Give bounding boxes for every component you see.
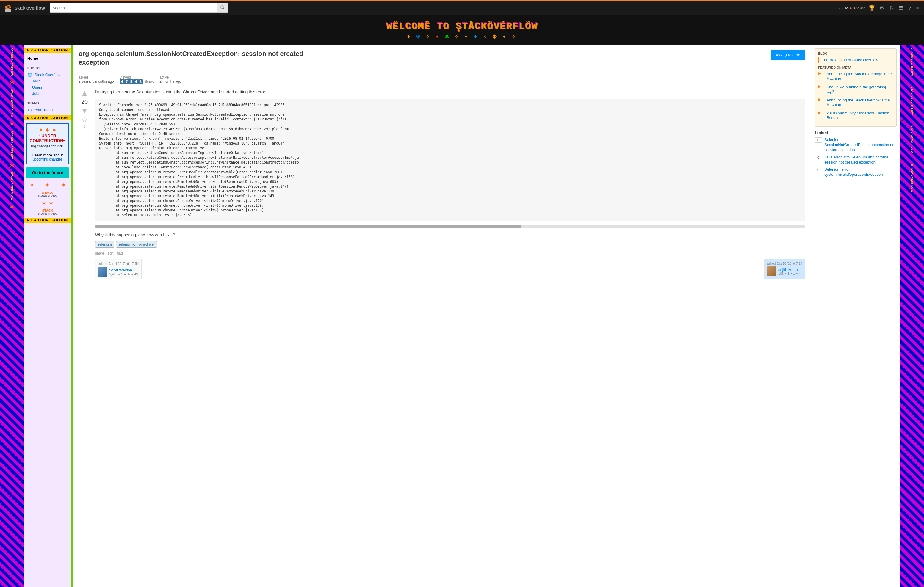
viewed-stat: viewed 4 7 5 4 3 times	[120, 75, 153, 84]
sidebar-item-home[interactable]: Home	[27, 55, 68, 61]
svg-point-5	[221, 6, 223, 8]
achievements-icon[interactable]: 🏆	[868, 3, 876, 13]
welcome-banner: WËLCOMË TO ŞTÅCKÖVÉRFLÖW ✦ ❋ ✧ ✦ ❅ ✧ ✦ ✦…	[0, 15, 924, 45]
left-starburst-1: ✶	[0, 79, 24, 86]
right-starburst-2: ✶	[900, 118, 924, 122]
upcoming-changes-link[interactable]: upcoming changes	[29, 157, 66, 162]
views-digit-2: 7	[124, 79, 129, 84]
svg-rect-1	[5, 10, 11, 12]
edited-user-name[interactable]: Scott Weldon	[109, 268, 138, 272]
star-deco-1: ✶	[30, 182, 34, 188]
sidebar-item-jobs[interactable]: Jobs	[32, 91, 68, 97]
review-icon[interactable]: ⚐	[888, 3, 895, 13]
share-link[interactable]: share	[95, 251, 104, 256]
tags-row: selenium selenium-chromedriver	[95, 241, 805, 248]
post-intro-text: I'm trying to run some Selenium tests us…	[95, 89, 805, 95]
tag-selenium[interactable]: selenium	[95, 241, 114, 248]
code-scrollbar[interactable]	[95, 225, 805, 228]
vote-column: ▲ 20 ▼ ☆ 4	[79, 89, 91, 279]
meta-link-4: ▶ 2019 Community Moderator Election Resu…	[818, 110, 893, 122]
linked-title: Linked	[815, 130, 897, 135]
question-area: org.openqa.selenium.SessionNotCreatedExc…	[73, 45, 811, 587]
op-user-avatar	[767, 266, 776, 276]
right-tile-text-8: overflow	[911, 175, 914, 192]
sidebar-so-logo-2: STACK OVERFLOW	[24, 207, 71, 218]
search-input[interactable]	[50, 3, 217, 13]
meta-link-3: ▶ Announcing the Stack Overflow Time Mac…	[818, 97, 893, 109]
edit-link[interactable]: edit	[108, 251, 113, 256]
linked-link-2[interactable]: Java error with Selenium and chrome sess…	[824, 155, 897, 165]
code-scrollbar-thumb	[95, 225, 521, 228]
next-ceo-link[interactable]: The Next CEO of Stack Overflow	[818, 57, 893, 63]
meta-bullet-3: ▶	[818, 97, 821, 109]
activity-icon[interactable]: ☰	[898, 3, 905, 13]
search-button[interactable]	[217, 3, 228, 13]
edited-user-avatar	[98, 267, 107, 277]
inbox-icon[interactable]: ✉	[879, 3, 886, 13]
asked-label: asked	[79, 75, 114, 79]
sidebar-item-create-team[interactable]: + Create Team	[27, 107, 68, 113]
linked-link-1[interactable]: Selenium SessionNotCreatedException:sess…	[824, 137, 897, 153]
search-bar	[50, 3, 228, 13]
edited-user-rep: 5,465 ● 5 ● 37 ● 49	[109, 272, 138, 276]
linked-item-1: 0 Selenium SessionNotCreatedException:se…	[815, 137, 897, 153]
inner-content-row: org.openqa.selenium.SessionNotCreatedExc…	[73, 45, 900, 587]
meta-link-1-anchor[interactable]: Announcing the Stack Exchange Time Machi…	[823, 71, 893, 81]
asked-value: 2 years, 5 months ago	[79, 79, 114, 84]
left-so-tile: stack overflow	[0, 45, 24, 79]
logo[interactable]: stack overflow	[3, 3, 45, 13]
bookmark-count: 4	[84, 125, 86, 129]
tag-selenium-chromedriver[interactable]: selenium-chromedriver	[116, 241, 157, 248]
left-starburst-2: ✶	[0, 121, 24, 128]
left-so-tile-3: stack overflow	[0, 128, 24, 162]
construction-box: ✶ ✶ ✶ ~UNDER CONSTRUCTION~ Big changes f…	[26, 124, 69, 165]
right-so-tile-2: stack overflow	[900, 84, 924, 118]
left-so-tile-2: stack overflow	[0, 86, 24, 120]
help-icon[interactable]: ?	[907, 3, 912, 12]
asked-card-label: asked Oct 16 '16 at 7:14	[767, 262, 802, 265]
sidebar-item-stackoverflow[interactable]: 🌐 Stack Overflow	[27, 72, 68, 78]
sidebar-overflow-text: OVERFLOW	[24, 195, 71, 198]
meta-link-2: ▶ Should we burninate the [jetbrains] ta…	[818, 84, 893, 96]
hamburger-icon[interactable]: ≡	[915, 3, 921, 12]
nav-teams-section: TEAMS + Create Team	[24, 99, 71, 115]
banner-title: WËLCOMË TO ŞTÅCKÖVÉRFLÖW	[0, 21, 924, 32]
views-count: 4 7 5 4 3	[120, 79, 143, 84]
go-to-future-button[interactable]: Go to the future	[26, 167, 69, 178]
sidebar-item-tags[interactable]: Tags	[32, 78, 68, 84]
right-tile-text-7: stack	[911, 164, 914, 175]
reputation-value: 2,202	[838, 6, 848, 10]
linked-count-2: 0	[815, 155, 822, 160]
left-so-tile-4: stack overflow	[0, 169, 24, 203]
downvote-button[interactable]: ▼	[80, 106, 89, 115]
bookmark-button[interactable]: ☆	[81, 116, 87, 124]
sidebar-item-users[interactable]: Users	[32, 84, 68, 91]
views-digit-1: 4	[120, 79, 124, 84]
sidebar-so-text-2: STACK	[24, 209, 71, 212]
ask-question-button[interactable]: Ask Question	[771, 49, 805, 60]
meta-link-3-anchor[interactable]: Announcing the Stack Overflow Time Machi…	[823, 97, 893, 107]
post-meta-cards: edited Jan 10 '17 at 17:54 Scott Weldon …	[95, 259, 805, 279]
bronze-dot: ●2	[849, 6, 853, 10]
meta-link-2-anchor[interactable]: Should we burninate the [jetbrains] tag?	[823, 84, 893, 94]
snowflakes-decoration: ✦ ❋ ✧ ✦ ❅ ✧ ✦ ✦ ✧ ❋ ✦ ✧	[0, 32, 924, 42]
teams-label: TEAMS	[27, 101, 68, 105]
times-label: times	[145, 80, 154, 84]
asked-stat: asked 2 years, 5 months ago	[79, 75, 114, 84]
linked-link-3[interactable]: Selenium error system.InvalidOperationEx…	[824, 167, 897, 177]
question-body: ▲ 20 ▼ ☆ 4 I'm trying to run some Seleni…	[79, 89, 805, 279]
meta-link-4-anchor[interactable]: 2019 Community Moderator Election Result…	[823, 110, 893, 120]
reputation-badge: 2,202 ●2 ●22 ●36	[838, 6, 865, 10]
star-deco-2: ✶	[46, 182, 50, 188]
right-decoration: stack overflow ✶ stack overflow ✶ stack …	[900, 45, 924, 587]
active-label: active	[160, 75, 181, 79]
stack-overflow-logo-icon	[3, 3, 13, 13]
vote-count: 20	[81, 99, 88, 105]
op-user-name[interactable]: sujith kumar	[778, 267, 800, 272]
left-tile-text-5: stack	[10, 131, 13, 141]
upvote-button[interactable]: ▲	[80, 89, 89, 97]
logo-text: stack overflow	[15, 5, 45, 11]
blog-box: BLOG The Next CEO of Stack Overflow FEAT…	[815, 48, 897, 127]
edit-timestamp: edited Jan 10 '17 at 17:54	[98, 262, 139, 266]
flag-link[interactable]: flag	[117, 251, 122, 256]
